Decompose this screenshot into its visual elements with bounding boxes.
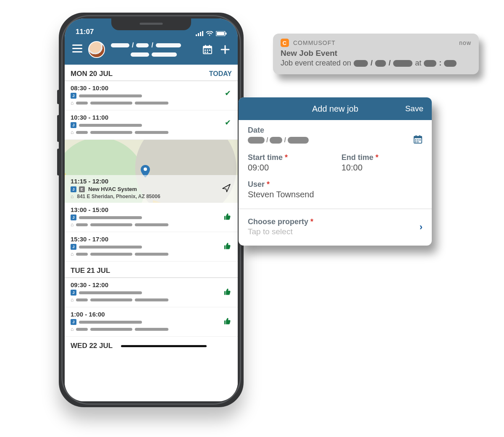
svg-rect-25	[416, 135, 417, 137]
push-title: New Job Event	[281, 49, 471, 58]
job-badge: J	[71, 186, 76, 192]
job-badge: J	[71, 290, 76, 296]
check-icon: ✔	[225, 118, 231, 127]
volume-down-button	[57, 149, 60, 175]
svg-rect-1	[198, 33, 199, 36]
job-address: 841 E Sheridan, Phoenix, AZ 85006	[77, 194, 160, 199]
sheet-header: Add new job Save	[239, 97, 432, 120]
svg-rect-2	[200, 32, 201, 36]
svg-rect-16	[207, 50, 208, 51]
home-indicator	[121, 345, 207, 347]
today-link[interactable]: TODAY	[209, 70, 232, 78]
divider	[239, 209, 432, 209]
status-time: 11:07	[76, 28, 94, 36]
day-label: MON 20 JUL	[71, 70, 113, 78]
phone-notch	[111, 18, 191, 30]
job-item[interactable]: 13:00 - 15:00 J ⌂	[65, 203, 238, 232]
job-time: 1:00 - 16:00	[71, 311, 232, 318]
push-notification[interactable]: C COMMUSOFT now New Job Event Job event …	[273, 34, 479, 74]
status-icons	[196, 31, 227, 36]
svg-rect-0	[196, 34, 197, 36]
avatar[interactable]	[88, 41, 105, 58]
job-time: 09:30 - 12:00	[71, 281, 232, 288]
svg-rect-31	[417, 141, 419, 143]
svg-rect-14	[209, 45, 210, 47]
thumbs-up-icon	[223, 212, 231, 222]
home-icon: ⌂	[71, 129, 74, 135]
job-badge: J	[71, 215, 76, 220]
home-icon: ⌂	[71, 194, 74, 199]
start-time-label: Start time	[248, 153, 283, 162]
day-header: TUE 21 JUL	[65, 262, 238, 278]
date-label: Date	[248, 126, 423, 135]
job-overlay: 11:15 - 12:00 JENew HVAC System ⌂841 E S…	[65, 175, 238, 203]
job-badge: J	[71, 319, 76, 325]
menu-icon[interactable]	[72, 44, 82, 55]
job-badge: J	[71, 122, 76, 128]
svg-point-22	[144, 167, 147, 171]
push-time: now	[459, 39, 471, 46]
svg-rect-7	[226, 33, 227, 35]
battery-icon	[216, 31, 227, 36]
calendar-icon[interactable]	[413, 135, 423, 146]
add-icon[interactable]	[220, 44, 230, 55]
day-label: WED 22 JUL	[71, 342, 113, 350]
svg-rect-10	[72, 51, 82, 52]
phone-frame: 11:07 / /	[59, 13, 244, 407]
job-item[interactable]: 10:30 - 11:00 J ⌂ ✔	[65, 110, 238, 140]
home-icon: ⌂	[71, 326, 74, 332]
svg-rect-18	[205, 52, 206, 53]
job-item[interactable]: 1:00 - 16:00 J ⌂	[65, 307, 238, 337]
svg-rect-15	[205, 50, 206, 51]
job-item-active[interactable]: 11:15 - 12:00 JENew HVAC System ⌂841 E S…	[65, 140, 238, 203]
user-label: User	[248, 180, 265, 188]
svg-rect-17	[209, 50, 210, 51]
job-time: 15:30 - 17:00	[71, 236, 232, 243]
job-item[interactable]: 08:30 - 10:00 J ⌂ ✔	[65, 81, 238, 110]
end-time-label: End time	[341, 153, 373, 162]
job-time: 10:30 - 11:00	[71, 114, 232, 121]
chevron-right-icon: ›	[420, 222, 423, 233]
job-time: 11:15 - 12:00	[71, 178, 232, 185]
push-app-name: COMMUSOFT	[293, 39, 336, 46]
volume-up-button	[57, 115, 60, 142]
svg-rect-29	[420, 139, 421, 141]
user-field[interactable]: Steven Townsend	[248, 190, 423, 199]
map-pin-icon	[141, 165, 150, 174]
navigate-icon[interactable]	[222, 183, 231, 194]
svg-rect-9	[72, 48, 82, 49]
header-title-placeholder: / /	[111, 42, 197, 58]
job-item[interactable]: 15:30 - 17:00 J ⌂	[65, 232, 238, 262]
start-time-field[interactable]: 09:00	[248, 163, 329, 173]
signal-icon	[196, 31, 203, 36]
date-field[interactable]: //	[248, 136, 309, 144]
save-button[interactable]: Save	[405, 104, 423, 113]
home-icon: ⌂	[71, 222, 74, 228]
svg-point-4	[209, 35, 210, 36]
thumbs-up-icon	[223, 288, 231, 297]
end-time-field[interactable]: 10:00	[341, 163, 423, 173]
job-item[interactable]: 09:30 - 12:00 J ⌂	[65, 278, 238, 307]
svg-rect-27	[415, 139, 417, 141]
day-label: TUE 21 JUL	[71, 267, 110, 275]
job-badge: J	[71, 93, 76, 99]
svg-rect-12	[203, 46, 212, 48]
calendar-icon[interactable]	[202, 44, 213, 55]
job-list[interactable]: MON 20 JUL TODAY 08:30 - 10:00 J ⌂ ✔ 10:…	[65, 65, 238, 401]
svg-rect-19	[207, 52, 208, 53]
job-badge: J	[71, 244, 76, 250]
svg-rect-8	[72, 44, 82, 46]
thumbs-up-icon	[223, 317, 231, 327]
app-header: / /	[65, 37, 238, 65]
day-header: WED 22 JUL	[65, 337, 238, 353]
side-button	[57, 90, 60, 104]
choose-property-row[interactable]: Choose property * Tap to select ›	[239, 210, 432, 246]
phone-screen: 11:07 / /	[65, 18, 238, 401]
svg-rect-3	[202, 31, 203, 36]
svg-rect-6	[217, 32, 224, 35]
thumbs-up-icon	[223, 242, 231, 251]
day-header: MON 20 JUL TODAY	[65, 65, 238, 81]
add-job-sheet: Add new job Save Date // Start time * 09…	[239, 97, 432, 246]
push-body: Job event created on // at :	[281, 59, 471, 68]
sheet-title: Add new job	[312, 104, 358, 114]
